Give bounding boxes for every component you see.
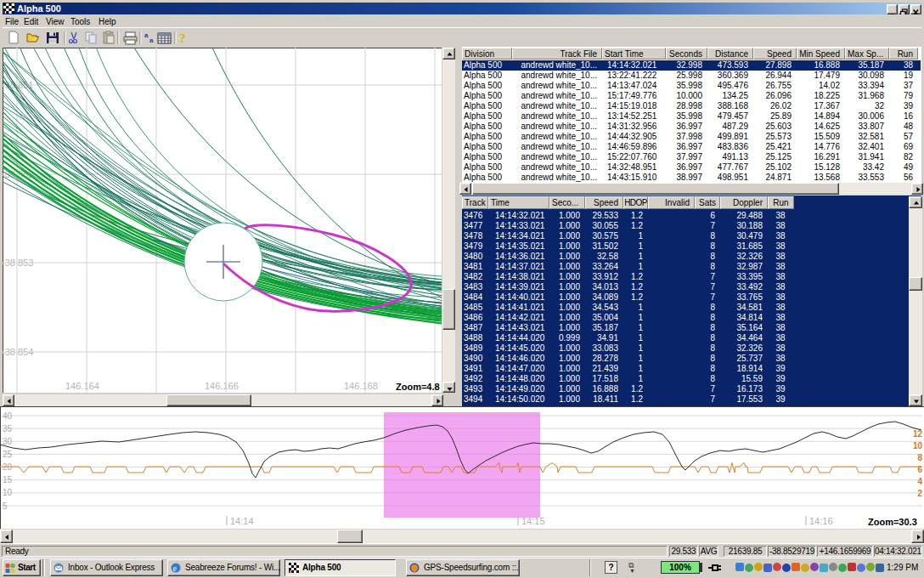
svg-text:40: 40 bbox=[3, 411, 13, 421]
svg-text:4: 4 bbox=[917, 477, 922, 486]
svg-text:2: 2 bbox=[917, 489, 922, 498]
svg-text:8: 8 bbox=[917, 453, 922, 462]
svg-text:10: 10 bbox=[913, 441, 923, 450]
svg-text:15: 15 bbox=[3, 475, 13, 484]
svg-text:25: 25 bbox=[3, 450, 13, 459]
svg-text:30: 30 bbox=[3, 437, 13, 446]
svg-text:6: 6 bbox=[917, 465, 922, 474]
svg-text:5: 5 bbox=[3, 502, 8, 511]
svg-text:e: e bbox=[173, 564, 177, 573]
svg-text:35: 35 bbox=[3, 424, 13, 434]
svg-text:12: 12 bbox=[913, 429, 923, 439]
svg-text:10: 10 bbox=[3, 488, 13, 497]
svg-text:20: 20 bbox=[3, 462, 13, 472]
